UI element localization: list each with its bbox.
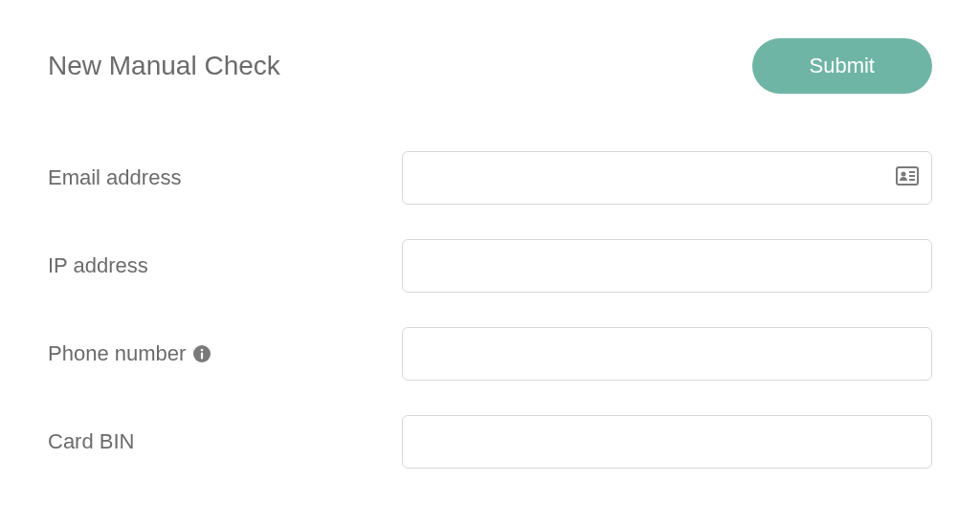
form-row-ip: IP address [48,239,932,293]
cardbin-input-wrapper [402,415,932,469]
svg-rect-7 [201,353,203,360]
page-header: New Manual Check Submit [48,38,932,94]
form-row-phone: Phone number [48,327,932,381]
email-label-text: Email address [48,165,181,190]
cardbin-input[interactable] [402,415,932,469]
phone-label: Phone number [48,341,402,366]
email-input[interactable] [402,151,932,205]
phone-label-text: Phone number [48,341,186,366]
svg-point-6 [201,349,204,352]
ip-input[interactable] [402,239,932,293]
cardbin-label-text: Card BIN [48,429,134,454]
form-row-cardbin: Card BIN [48,415,932,469]
phone-input[interactable] [402,327,932,381]
form-row-email: Email address [48,151,932,205]
email-label: Email address [48,165,402,190]
cardbin-label: Card BIN [48,429,402,454]
page-title: New Manual Check [48,51,280,81]
info-circle-icon[interactable] [193,345,211,362]
phone-input-wrapper [402,327,932,381]
email-input-wrapper [402,151,932,205]
ip-label: IP address [48,253,402,278]
ip-input-wrapper [402,239,932,293]
ip-label-text: IP address [48,253,148,278]
submit-button[interactable]: Submit [752,38,932,94]
